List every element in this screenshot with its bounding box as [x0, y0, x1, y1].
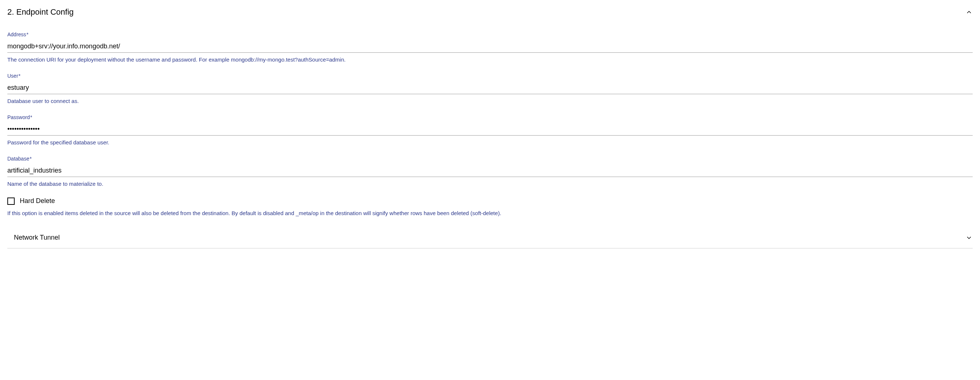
- database-input[interactable]: [7, 165, 973, 177]
- address-help: The connection URI for your deployment w…: [7, 56, 973, 63]
- address-label: Address*: [7, 32, 973, 37]
- password-help: Password for the specified database user…: [7, 139, 973, 145]
- hard-delete-help: If this option is enabled items deleted …: [7, 210, 973, 216]
- address-field-group: Address* The connection URI for your dep…: [7, 32, 973, 63]
- section-title: 2. Endpoint Config: [7, 7, 74, 17]
- password-field-group: Password* Password for the specified dat…: [7, 114, 973, 145]
- chevron-up-icon: [965, 8, 973, 16]
- user-field-group: User* Database user to connect as.: [7, 73, 973, 104]
- hard-delete-row: Hard Delete: [7, 197, 973, 205]
- database-label: Database*: [7, 156, 973, 162]
- section-header[interactable]: 2. Endpoint Config: [7, 7, 973, 17]
- address-input[interactable]: [7, 40, 973, 53]
- database-help: Name of the database to materialize to.: [7, 181, 973, 187]
- hard-delete-label: Hard Delete: [20, 197, 55, 205]
- network-tunnel-section[interactable]: Network Tunnel: [7, 227, 973, 248]
- user-help: Database user to connect as.: [7, 98, 973, 104]
- password-label: Password*: [7, 114, 973, 120]
- hard-delete-checkbox[interactable]: [7, 197, 15, 205]
- password-input[interactable]: [7, 123, 973, 135]
- network-tunnel-title: Network Tunnel: [14, 234, 60, 242]
- user-input[interactable]: [7, 82, 973, 94]
- user-label: User*: [7, 73, 973, 79]
- chevron-down-icon: [965, 234, 973, 242]
- database-field-group: Database* Name of the database to materi…: [7, 156, 973, 187]
